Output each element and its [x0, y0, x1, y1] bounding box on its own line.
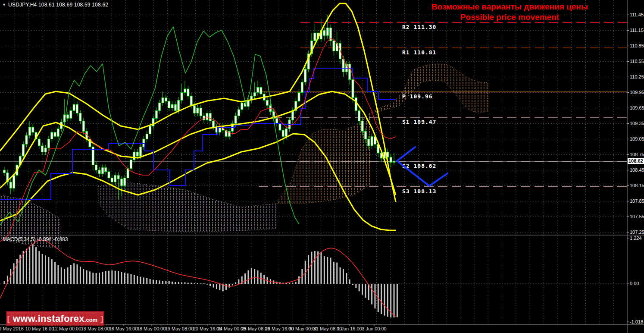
- price-axis-label: 109.05: [630, 136, 644, 141]
- pivot-label-r2: R2 111.30: [402, 24, 436, 30]
- price-axis-label: 111.45: [630, 12, 644, 17]
- price-axis-label: 111.15: [630, 28, 644, 33]
- macd-axis-top: 1.224: [630, 236, 642, 241]
- time-axis-label: 18 May 00:00: [137, 326, 166, 331]
- watermark-bracket-left: [: [7, 314, 10, 324]
- price-axis-label: 110.55: [630, 59, 644, 64]
- annotation-line-en: Possible price movement: [414, 13, 606, 22]
- watermark-bracket-right: ]: [100, 314, 103, 324]
- time-axis-label: 3 Jun 00:00: [362, 326, 387, 331]
- current-price-badge: 108.62: [628, 158, 644, 164]
- price-axis-label: 108.15: [630, 183, 644, 188]
- mt4-chart-window: R2 111.30R1 110.81P 109.96S1 109.47S2 10…: [0, 0, 644, 333]
- ichimoku-cloud: [0, 64, 488, 248]
- macd-axis-bottom: -1.018: [630, 319, 643, 324]
- symbol-ohlc-title: USDJPY,H4 108.61 108.69 108.59 108.62: [8, 2, 108, 8]
- time-axis-label: 13 May 08:00: [81, 326, 110, 331]
- chart-dropdown-icon[interactable]: ▼: [2, 3, 6, 7]
- price-axis-label: 109.95: [630, 90, 644, 95]
- price-axis-label: 107.85: [630, 198, 644, 204]
- watermark-text: www.instaforex: [13, 313, 84, 324]
- time-axis-label: 19 May 08:00: [165, 326, 194, 331]
- price-axis-label: 108.45: [630, 167, 644, 173]
- macd-indicator-label: MACD(5,34,5) -0.894 -0.883: [3, 236, 68, 242]
- instaforex-watermark: [ www.instaforex .com ]: [6, 311, 104, 326]
- time-axis-label: 10 May 16:00: [25, 326, 54, 331]
- time-axis-label: 12 May 00:00: [53, 326, 81, 331]
- pivot-label-s1: S1 109.47: [402, 119, 436, 125]
- price-axis-label: 110.85: [630, 43, 644, 48]
- macd-axis-zero: 0.00: [630, 281, 639, 286]
- time-axis-label: 16 May 16:00: [109, 326, 138, 331]
- pivot-label-p: P 109.96: [402, 93, 433, 100]
- time-axis-label: 9 May 2016: [0, 326, 24, 331]
- pivot-label-r1: R1 110.81: [402, 49, 436, 56]
- annotation-line-ru: Возможные варианты движения цены: [414, 2, 606, 12]
- price-axis-label: 109.65: [630, 105, 644, 110]
- price-axis-label: 107.25: [630, 229, 644, 235]
- pivot-label-s3: S3 108.13: [402, 188, 436, 195]
- price-chart-canvas: R2 111.30R1 110.81P 109.96S1 109.47S2 10…: [0, 0, 644, 333]
- price-axis-label: 108.75: [630, 152, 644, 157]
- price-axis-label: 109.35: [630, 121, 644, 126]
- macd-pane: [0, 240, 398, 317]
- watermark-suffix: .com: [84, 317, 97, 323]
- time-axis-label: 1 Jun 16:00: [337, 326, 362, 331]
- price-axis-label: 107.55: [630, 214, 644, 219]
- chart-title: ▼USDJPY,H4 108.61 108.69 108.59 108.62: [2, 2, 108, 8]
- price-axis-label: 110.25: [630, 74, 644, 79]
